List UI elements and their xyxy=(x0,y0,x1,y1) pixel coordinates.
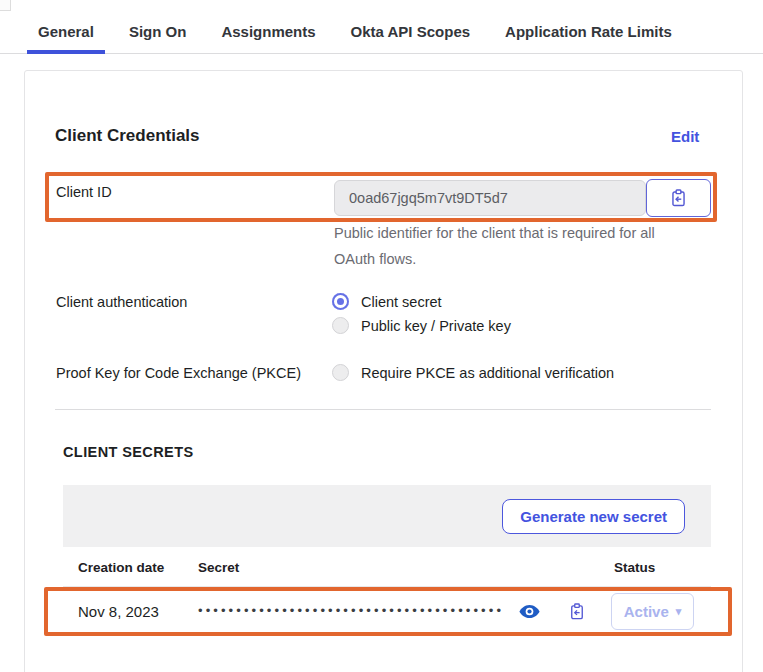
tab-assignments[interactable]: Assignments xyxy=(210,14,326,54)
scroll-corner-artifact xyxy=(0,0,11,11)
clipboard-copy-icon xyxy=(568,602,586,621)
tab-general[interactable]: General xyxy=(27,14,105,54)
reveal-secret-button[interactable] xyxy=(518,601,540,621)
client-id-help-text: Public identifier for the client that is… xyxy=(334,220,678,272)
auth-option-public-private-key[interactable]: Public key / Private key xyxy=(332,317,511,334)
copy-secret-button[interactable] xyxy=(566,600,588,622)
table-header-row: Creation date Secret Status xyxy=(63,547,711,587)
client-credentials-heading: Client Credentials xyxy=(55,126,200,146)
masked-secret-value: •••••••••••••••••••••••••••••••••••••••• xyxy=(198,603,504,618)
column-header-status: Status xyxy=(614,560,655,575)
generate-new-secret-button[interactable]: Generate new secret xyxy=(502,499,685,534)
auth-option-client-secret[interactable]: Client secret xyxy=(332,293,442,310)
auth-option-label: Public key / Private key xyxy=(361,318,511,334)
pkce-label: Proof Key for Code Exchange (PKCE) xyxy=(56,365,301,381)
radio-selected-icon[interactable] xyxy=(332,293,349,310)
edit-link[interactable]: Edit xyxy=(671,128,699,145)
client-secrets-heading: CLIENT SECRETS xyxy=(63,444,193,460)
checkbox-unchecked-icon[interactable] xyxy=(332,364,349,381)
tab-application-rate-limits[interactable]: Application Rate Limits xyxy=(494,14,683,54)
copy-client-id-button[interactable] xyxy=(646,179,711,217)
section-divider xyxy=(55,409,711,410)
auth-option-label: Client secret xyxy=(361,294,442,310)
client-id-input[interactable] xyxy=(334,180,646,216)
chevron-down-icon: ▾ xyxy=(676,605,682,618)
client-id-label: Client ID xyxy=(56,184,112,200)
pkce-option[interactable]: Require PKCE as additional verification xyxy=(332,364,614,381)
status-label: Active xyxy=(624,603,669,620)
column-header-creation-date: Creation date xyxy=(78,560,164,575)
pkce-option-label: Require PKCE as additional verification xyxy=(361,365,614,381)
column-header-secret: Secret xyxy=(198,560,239,575)
table-row: Nov 8, 2023 ••••••••••••••••••••••••••••… xyxy=(63,587,711,636)
tab-bar: General Sign On Assignments Okta API Sco… xyxy=(27,14,683,54)
client-authentication-label: Client authentication xyxy=(56,294,187,310)
radio-unselected-icon[interactable] xyxy=(332,317,349,334)
table-toolbar: Generate new secret xyxy=(63,485,711,547)
clipboard-copy-icon xyxy=(669,188,688,208)
tab-okta-api-scopes[interactable]: Okta API Scopes xyxy=(340,14,482,54)
general-settings-card: Client Credentials Edit Client ID Public… xyxy=(24,70,743,672)
eye-icon xyxy=(519,604,540,619)
secret-creation-date: Nov 8, 2023 xyxy=(78,603,159,620)
secret-status-dropdown[interactable]: Active ▾ xyxy=(611,593,694,630)
client-secrets-table: Generate new secret Creation date Secret… xyxy=(63,485,711,636)
tab-sign-on[interactable]: Sign On xyxy=(118,14,198,54)
app-settings-page: General Sign On Assignments Okta API Sco… xyxy=(0,0,763,672)
